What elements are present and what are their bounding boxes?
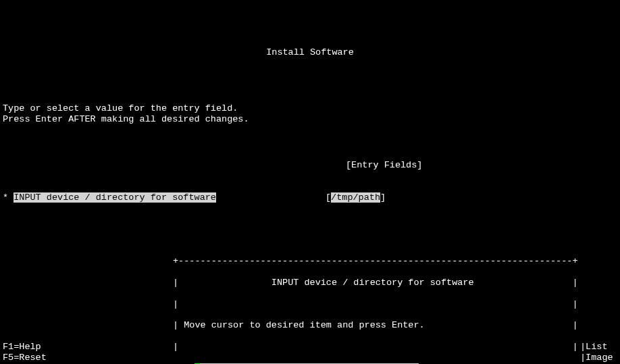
popup-empty-2: | | <box>173 342 617 353</box>
f5-reset[interactable]: F5=Reset <box>3 353 47 363</box>
input-device-value[interactable]: /tmp/path <box>331 192 380 203</box>
input-device-label: INPUT device / directory for software <box>14 192 216 203</box>
instruction-line-1: Type or select a value for the entry fie… <box>3 103 238 113</box>
list-label: List <box>586 342 607 352</box>
popup-dialog: +---------------------------------------… <box>173 245 617 364</box>
right-labels: |List |Image <box>580 331 613 363</box>
entry-fields-header: [Entry Fields] <box>0 160 620 171</box>
popup-instruction-row: | Move cursor to desired item and press … <box>173 320 617 331</box>
popup-title: INPUT device / directory for software <box>272 278 474 288</box>
page-title: Install Software <box>0 43 620 58</box>
popup-title-row: | INPUT device / directory for software … <box>173 278 617 288</box>
popup-empty-1: | | <box>173 299 617 310</box>
bottom-fkeys: F1=Help F5=Reset F9=Shell <box>3 331 47 364</box>
bracket-open: [ <box>326 192 331 203</box>
required-marker: * <box>3 192 8 203</box>
popup-border-top: +---------------------------------------… <box>173 256 617 267</box>
f1-help-main[interactable]: F1=Help <box>3 342 41 352</box>
input-device-row[interactable]: * INPUT device / directory for software … <box>0 192 620 203</box>
bracket-close: ] <box>380 192 386 203</box>
image-label: Image <box>586 353 613 363</box>
popup-instruction: Move cursor to desired item and press En… <box>184 320 424 330</box>
instruction-line-2: Press Enter AFTER making all desired cha… <box>3 114 249 124</box>
instructions: Type or select a value for the entry fie… <box>0 93 620 125</box>
